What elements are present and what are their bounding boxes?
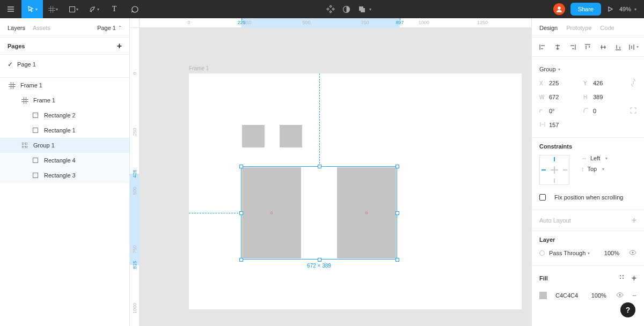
distribute-button[interactable]: ▾ bbox=[628, 42, 639, 53]
alignment-controls: ▾ bbox=[532, 38, 644, 57]
fill-styles-button[interactable] bbox=[620, 275, 626, 281]
rectangle-shape[interactable] bbox=[280, 125, 302, 147]
y-input[interactable]: 426 bbox=[593, 80, 623, 86]
align-vcenter-button[interactable] bbox=[598, 42, 609, 53]
zoom-dropdown[interactable]: 49% ▾ bbox=[619, 6, 636, 12]
selection-handle[interactable] bbox=[396, 211, 399, 215]
ruler-origin[interactable] bbox=[130, 18, 140, 28]
layer-name: Frame 1 bbox=[33, 97, 55, 103]
toolbar-right: Share 49% ▾ bbox=[553, 3, 644, 16]
present-icon[interactable] bbox=[606, 5, 614, 13]
horizontal-ruler[interactable]: 0250500750100012501500225897 bbox=[140, 18, 531, 28]
zoom-value: 49% bbox=[619, 6, 631, 12]
align-bottom-button[interactable] bbox=[613, 42, 624, 53]
transform-section: Group▾ X225 Y426 W672 H389 0° 0 157 bbox=[532, 57, 644, 138]
mask-icon[interactable] bbox=[342, 5, 350, 13]
selection-handle[interactable] bbox=[239, 165, 243, 168]
x-input[interactable]: 225 bbox=[549, 80, 579, 86]
visibility-toggle[interactable] bbox=[629, 249, 636, 257]
arrows-h-icon: ↔ bbox=[581, 155, 587, 161]
page-selector-label: Page 1 bbox=[97, 25, 116, 31]
tab-design[interactable]: Design bbox=[539, 25, 558, 31]
comment-tool-button[interactable] bbox=[125, 0, 145, 18]
main-menu-button[interactable] bbox=[0, 0, 21, 18]
layer-row-frame[interactable]: Frame 1 bbox=[0, 78, 129, 93]
layer-row-rect[interactable]: Rectangle 3 bbox=[0, 168, 129, 183]
h-input[interactable]: 389 bbox=[593, 94, 623, 100]
frame-icon bbox=[9, 83, 15, 88]
selection-handle[interactable] bbox=[239, 258, 243, 262]
text-icon: T bbox=[112, 5, 117, 13]
frame-label[interactable]: Frame 1 bbox=[189, 65, 209, 71]
page-selector[interactable]: Page 1 ⌃ bbox=[97, 25, 122, 31]
chevron-down-icon: ▾ bbox=[588, 251, 590, 256]
chevron-down-icon: ▾ bbox=[35, 7, 38, 12]
gap-input[interactable]: 157 bbox=[549, 122, 579, 128]
selection-handle[interactable] bbox=[318, 258, 321, 262]
fill-visibility-toggle[interactable] bbox=[616, 291, 624, 300]
pen-icon bbox=[89, 5, 96, 13]
smart-guide bbox=[319, 73, 320, 166]
move-tool-button[interactable]: ▾ bbox=[21, 0, 43, 18]
frame-tool-button[interactable]: ▾ bbox=[43, 0, 63, 18]
help-button[interactable]: ? bbox=[620, 302, 635, 317]
canvas-viewport[interactable]: Frame 1672 × 389 bbox=[140, 28, 531, 326]
layer-heading: Layer bbox=[539, 236, 636, 243]
selection-handle[interactable] bbox=[239, 211, 243, 215]
chevron-up-icon: ⌃ bbox=[118, 25, 122, 30]
text-tool-button[interactable]: T bbox=[104, 0, 125, 18]
page-row[interactable]: ✓Page 1 bbox=[0, 57, 129, 72]
layer-row-group[interactable]: Group 1 bbox=[0, 138, 129, 153]
tab-assets[interactable]: Assets bbox=[33, 25, 50, 31]
selection-handle[interactable] bbox=[318, 165, 321, 168]
fix-scroll-checkbox[interactable] bbox=[539, 194, 546, 201]
tab-layers[interactable]: Layers bbox=[8, 25, 25, 31]
pen-tool-button[interactable]: ▾ bbox=[84, 0, 104, 18]
fill-swatch[interactable] bbox=[539, 292, 547, 299]
vertical-ruler[interactable]: 02505007501000426815 bbox=[130, 28, 140, 326]
layer-row-rect[interactable]: Rectangle 1 bbox=[0, 123, 129, 138]
selection-type[interactable]: Group▾ bbox=[539, 66, 560, 72]
constraint-v-select[interactable]: ↕Top▾ bbox=[581, 166, 608, 172]
w-input[interactable]: 672 bbox=[549, 94, 579, 100]
rotation-input[interactable]: 0° bbox=[549, 108, 579, 114]
layer-row-rect[interactable]: Rectangle 4 bbox=[0, 153, 129, 168]
fill-hex-input[interactable]: C4C4C4 bbox=[555, 292, 578, 299]
align-hcenter-button[interactable] bbox=[552, 42, 563, 53]
arrows-v-icon: ↕ bbox=[581, 166, 584, 172]
fill-opacity-input[interactable]: 100% bbox=[591, 292, 606, 299]
selection-handle[interactable] bbox=[396, 258, 399, 262]
tab-code[interactable]: Code bbox=[600, 25, 614, 31]
expand-corners-button[interactable] bbox=[630, 107, 636, 115]
add-autolayout-button[interactable]: + bbox=[632, 216, 636, 225]
chevron-down-icon: ▾ bbox=[369, 7, 371, 12]
rectangle-icon bbox=[69, 6, 75, 12]
user-avatar[interactable] bbox=[553, 3, 565, 15]
blend-mode-select[interactable]: Pass Through▾ bbox=[549, 250, 590, 256]
constraint-h-select[interactable]: ↔Left▾ bbox=[581, 155, 608, 161]
align-right-button[interactable] bbox=[567, 42, 578, 53]
share-button[interactable]: Share bbox=[570, 3, 601, 16]
add-page-button[interactable]: + bbox=[117, 41, 122, 51]
constraints-widget[interactable] bbox=[539, 155, 569, 185]
pages-heading-label: Pages bbox=[8, 43, 25, 49]
layer-opacity-input[interactable]: 100% bbox=[604, 250, 619, 256]
top-toolbar: ▾ ▾ ▾ ▾ T ▾ Share 49% ▾ bbox=[0, 0, 644, 18]
boolean-ops-button[interactable]: ▾ bbox=[358, 5, 371, 13]
components-icon[interactable] bbox=[326, 5, 335, 13]
remove-fill-button[interactable]: − bbox=[632, 291, 636, 300]
selection-bounds[interactable] bbox=[241, 166, 397, 260]
corner-input[interactable]: 0 bbox=[593, 108, 623, 114]
rectangle-shape[interactable] bbox=[242, 125, 265, 147]
add-fill-button[interactable]: + bbox=[632, 273, 636, 283]
align-left-button[interactable] bbox=[537, 42, 548, 53]
canvas[interactable]: 0250500750100012501500225897 02505007501… bbox=[130, 18, 531, 326]
layer-row-frame[interactable]: Frame 1 bbox=[0, 93, 129, 108]
selection-handle[interactable] bbox=[396, 165, 399, 168]
layer-name: Rectangle 2 bbox=[44, 112, 76, 118]
align-top-button[interactable] bbox=[582, 42, 593, 53]
shape-tool-button[interactable]: ▾ bbox=[63, 0, 84, 18]
constrain-proportions-button[interactable] bbox=[630, 77, 636, 89]
layer-row-rect[interactable]: Rectangle 2 bbox=[0, 108, 129, 123]
tab-prototype[interactable]: Prototype bbox=[566, 25, 591, 31]
